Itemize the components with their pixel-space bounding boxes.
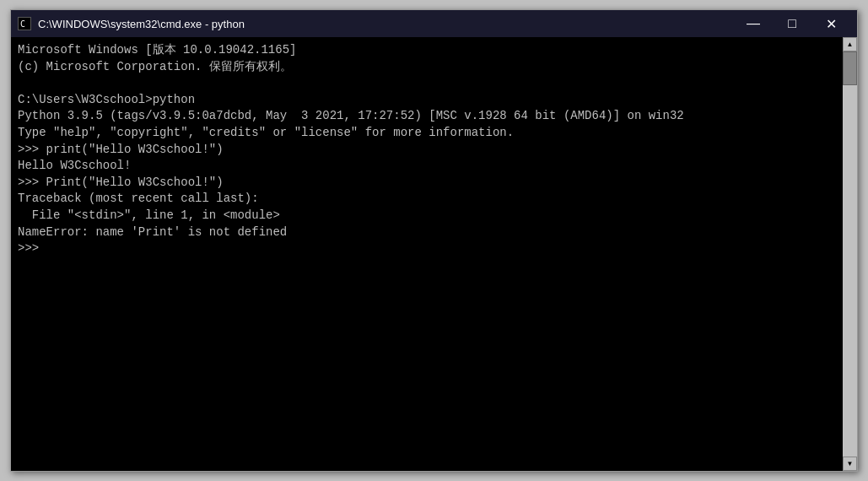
scrollbar[interactable]: ▲ ▼ (843, 37, 857, 471)
cmd-window: C C:\WINDOWS\system32\cmd.exe - python —… (10, 9, 858, 472)
minimize-button[interactable]: — (734, 10, 773, 37)
cmd-icon: C (18, 17, 31, 30)
maximize-button[interactable]: □ (773, 10, 811, 37)
scrollbar-thumb[interactable] (843, 51, 857, 85)
title-bar: C C:\WINDOWS\system32\cmd.exe - python —… (11, 10, 857, 37)
console-body: Microsoft Windows [版本 10.0.19042.1165] (… (11, 37, 857, 471)
window-title: C:\WINDOWS\system32\cmd.exe - python (38, 18, 734, 30)
scroll-up-button[interactable]: ▲ (843, 37, 857, 51)
svg-text:C: C (20, 19, 25, 29)
scrollbar-track[interactable] (843, 51, 857, 457)
window-controls: — □ ✕ (734, 10, 850, 37)
scroll-down-button[interactable]: ▼ (843, 457, 857, 471)
close-button[interactable]: ✕ (811, 10, 850, 37)
console-output[interactable]: Microsoft Windows [版本 10.0.19042.1165] (… (11, 37, 843, 471)
